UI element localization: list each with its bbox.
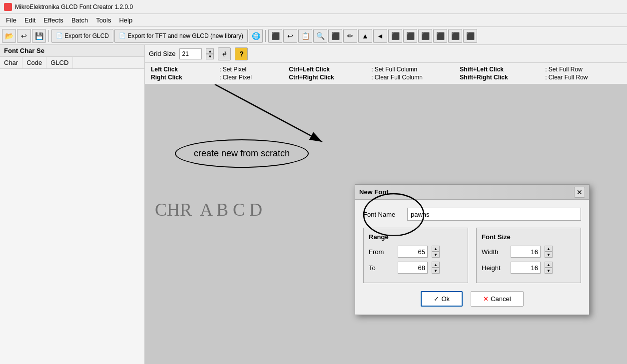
dialog-title: New Font xyxy=(359,188,389,196)
cancel-icon: ✕ xyxy=(483,295,489,303)
grid-size-input[interactable] xyxy=(179,48,202,59)
width-row: Width ▲ ▼ xyxy=(482,246,576,258)
grid-size-down[interactable]: ▼ xyxy=(206,54,214,59)
height-spinner-up[interactable]: ▲ xyxy=(545,262,553,268)
tool-button-11[interactable]: ⬛ xyxy=(418,29,432,43)
dialog-close-button[interactable]: ✕ xyxy=(574,187,585,198)
ok-label: Ok xyxy=(441,295,450,303)
menu-file[interactable]: File xyxy=(2,15,20,25)
to-spinner-down[interactable]: ▼ xyxy=(432,268,440,274)
menu-effects[interactable]: Effects xyxy=(39,15,67,25)
right-panel: Grid Size ▲ ▼ # ? Left Click : Set Pixel… xyxy=(145,45,627,364)
cancel-label: Cancel xyxy=(491,295,511,303)
font-name-row: Font Name xyxy=(363,208,581,221)
tool-button-3[interactable]: 📋 xyxy=(298,29,312,43)
tool-button-12[interactable]: ⬛ xyxy=(433,29,447,43)
width-input[interactable] xyxy=(511,246,541,258)
toolbar: 📂 ↩ 💾 📄 Export for GLCD 📄 Export for TFT… xyxy=(0,27,627,45)
canvas-area: create new from scratch CHR A B C D New … xyxy=(145,84,627,364)
open-button[interactable]: 📂 xyxy=(2,29,16,43)
export-tft-button[interactable]: 📄 Export for TFT and new GLCD (new libra… xyxy=(114,29,248,43)
height-input[interactable] xyxy=(511,262,541,274)
sketch-chars-text: CHR A B C D xyxy=(155,200,262,220)
shortcut-shift-right-val: : Clear Full Row xyxy=(545,74,621,81)
new-font-dialog: New Font ✕ Font Name Range xyxy=(355,184,590,315)
width-spinner-down[interactable]: ▼ xyxy=(545,252,553,258)
tool-button-5[interactable]: ⬛ xyxy=(328,29,342,43)
from-spinner-down[interactable]: ▼ xyxy=(432,252,440,258)
shortcut-left-click-key: Left Click xyxy=(151,66,215,73)
toolbar-separator-1 xyxy=(48,30,49,42)
grid-size-label: Grid Size xyxy=(149,50,175,57)
title-bar: MikroElektronika GLCD Font Creator 1.2.0… xyxy=(0,0,627,14)
menu-edit[interactable]: Edit xyxy=(20,15,39,25)
shortcut-shift-left-key: Shift+Left Click xyxy=(460,66,541,73)
tool-button-13[interactable]: ⬛ xyxy=(448,29,462,43)
to-input[interactable] xyxy=(398,262,428,274)
menu-tools[interactable]: Tools xyxy=(92,15,115,25)
from-spinner-up[interactable]: ▲ xyxy=(432,246,440,252)
font-name-label: Font Name xyxy=(363,211,403,218)
grid-controls: Grid Size ▲ ▼ # ? xyxy=(145,45,627,63)
save-button[interactable]: 💾 xyxy=(32,29,46,43)
export-glcd-button[interactable]: 📄 Export for GLCD xyxy=(51,29,113,43)
from-label: From xyxy=(369,248,394,256)
undo-button[interactable]: ↩ xyxy=(17,29,31,43)
dialog-titlebar: New Font ✕ xyxy=(355,185,589,200)
width-label: Width xyxy=(482,248,507,256)
export-tft-label: Export for TFT and new GLCD (new library… xyxy=(127,32,243,39)
dialog-body: Font Name Range From ▲ xyxy=(355,200,589,315)
grid-size-spinner[interactable]: ▲ ▼ xyxy=(206,48,214,59)
width-spinner[interactable]: ▲ ▼ xyxy=(545,246,553,258)
range-panel: Range From ▲ ▼ To xyxy=(363,228,468,283)
shortcut-shift-right-key: Shift+Right Click xyxy=(460,74,541,81)
toolbar-separator-2 xyxy=(265,30,266,42)
annotation-text: create new from scratch xyxy=(194,148,290,158)
menu-batch[interactable]: Batch xyxy=(67,15,92,25)
app-title: MikroElektronika GLCD Font Creator 1.2.0… xyxy=(15,3,133,10)
tool-button-1[interactable]: ⬛ xyxy=(268,29,282,43)
hash-button[interactable]: # xyxy=(218,47,231,60)
ok-icon: ✓ xyxy=(434,295,439,303)
ok-button[interactable]: ✓ Ok xyxy=(421,291,463,307)
width-spinner-up[interactable]: ▲ xyxy=(545,246,553,252)
to-label: To xyxy=(369,264,394,272)
tool-button-4[interactable]: 🔍 xyxy=(313,29,327,43)
shortcut-ctrl-right-key: Ctrl+Right Click xyxy=(289,74,367,81)
height-spinner-down[interactable]: ▼ xyxy=(545,268,553,274)
tool-button-9[interactable]: ⬛ xyxy=(388,29,402,43)
left-panel-title: Font Char Se xyxy=(0,45,144,57)
from-spinner[interactable]: ▲ ▼ xyxy=(432,246,440,258)
tool-button-7[interactable]: ▲ xyxy=(358,29,372,43)
main-layout: Font Char Se Char Code GLCD Grid Size ▲ … xyxy=(0,45,627,364)
sketch-chars: CHR A B C D xyxy=(155,199,262,220)
col-code: Code xyxy=(22,57,46,68)
tool-button-14[interactable]: ⬛ xyxy=(463,29,477,43)
shortcut-ctrl-left-key: Ctrl+Left Click xyxy=(289,66,367,73)
svg-line-0 xyxy=(215,84,322,142)
tool-button-10[interactable]: ⬛ xyxy=(403,29,417,43)
from-input[interactable] xyxy=(398,246,428,258)
grid-size-up[interactable]: ▲ xyxy=(206,48,214,54)
export-tft-icon: 📄 xyxy=(119,32,126,39)
shortcut-shift-left-val: : Set Full Row xyxy=(545,66,621,73)
help-button[interactable]: ? xyxy=(235,47,248,60)
to-spinner[interactable]: ▲ ▼ xyxy=(432,262,440,274)
shortcut-left-click-val: : Set Pixel xyxy=(219,66,285,73)
shortcut-right-click-val: : Clear Pixel xyxy=(219,74,285,81)
to-spinner-up[interactable]: ▲ xyxy=(432,262,440,268)
tool-button-2[interactable]: ↩ xyxy=(283,29,297,43)
font-name-input[interactable] xyxy=(407,208,581,221)
col-char: Char xyxy=(0,57,22,68)
annotation-bubble: create new from scratch xyxy=(175,139,309,168)
tool-button-8[interactable]: ◄ xyxy=(373,29,387,43)
height-spinner[interactable]: ▲ ▼ xyxy=(545,262,553,274)
tool-button-6[interactable]: ✏ xyxy=(343,29,357,43)
menu-help[interactable]: Help xyxy=(115,15,136,25)
globe-button[interactable]: 🌐 xyxy=(249,29,263,43)
left-panel: Font Char Se Char Code GLCD xyxy=(0,45,145,364)
cancel-button[interactable]: ✕ Cancel xyxy=(471,291,523,307)
menu-bar: File Edit Effects Batch Tools Help xyxy=(0,14,627,27)
height-row: Height ▲ ▼ xyxy=(482,262,576,274)
shortcut-ctrl-left-val: : Set Full Column xyxy=(371,66,456,73)
